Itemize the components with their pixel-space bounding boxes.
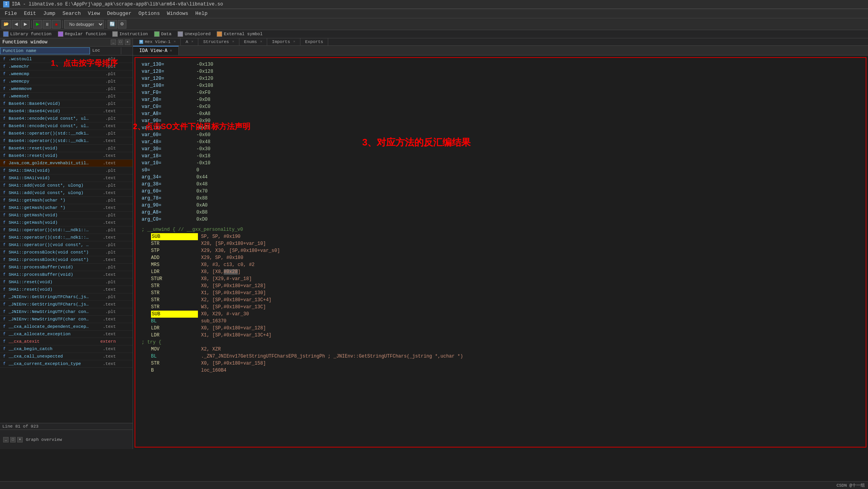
sub-tab-enums[interactable]: Enums × bbox=[239, 38, 267, 45]
function-list-item[interactable]: fBase64::reset(void).text bbox=[0, 152, 133, 160]
menu-debugger[interactable]: Debugger bbox=[104, 10, 135, 17]
function-location: .plt bbox=[90, 94, 117, 99]
function-list-item[interactable]: fSHA1::reset(void).text bbox=[0, 286, 133, 293]
function-list-item[interactable]: fSHA1::operator()(std::__ndk1::basic_st·… bbox=[0, 234, 133, 241]
functions-window-float[interactable]: □ bbox=[118, 40, 123, 45]
sub-tab-imports[interactable]: Imports × bbox=[267, 38, 300, 45]
function-list-item[interactable]: f.wmemmove.plt bbox=[0, 85, 133, 93]
imports-close[interactable]: × bbox=[293, 40, 295, 44]
function-list-item[interactable]: f.wmemchr.plt bbox=[0, 63, 133, 70]
structures-close[interactable]: × bbox=[232, 40, 234, 44]
menu-options[interactable]: Options bbox=[135, 10, 163, 17]
function-list-item[interactable]: f__cxa_begin_catch.text bbox=[0, 345, 133, 353]
function-list-item[interactable]: fSHA1::processBuffer(void).text bbox=[0, 271, 133, 279]
function-list-item[interactable]: fBase64::reset(void).plt bbox=[0, 145, 133, 152]
menu-file[interactable]: File bbox=[2, 10, 20, 17]
toolbar-back[interactable]: ◀ bbox=[12, 20, 20, 29]
toolbar-refresh[interactable]: 🔄 bbox=[108, 20, 117, 29]
function-list-item[interactable]: f_JNIEnv::NewStringUTF(char const*).text bbox=[0, 316, 133, 323]
function-list-item[interactable]: fSHA1::SHA1(void).plt bbox=[0, 167, 133, 174]
function-list-item[interactable]: f_JNIEnv::NewStringUTF(char const*).plt bbox=[0, 308, 133, 316]
toolbar-forward[interactable]: ▶ bbox=[21, 20, 30, 29]
function-list-item[interactable]: fSHA1::operator()(void const*, ulong).pl… bbox=[0, 241, 133, 249]
var-value: 0xB8 bbox=[196, 209, 208, 216]
fn-col-name-header[interactable]: Function name bbox=[0, 47, 90, 54]
sub-tab-structures[interactable]: Structures × bbox=[198, 38, 239, 45]
instr-op: MOV bbox=[151, 346, 198, 353]
function-list-item[interactable]: fSHA1::reset(void).plt bbox=[0, 279, 133, 286]
function-list-item[interactable]: fBase64::Base64(void).plt bbox=[0, 100, 133, 108]
debugger-dropdown[interactable]: No debugger bbox=[64, 20, 104, 29]
menu-edit[interactable]: Edit bbox=[21, 10, 39, 17]
function-location: .text bbox=[90, 176, 117, 180]
instr-op: STR bbox=[151, 304, 198, 311]
tab-ida-view-a-label: IDA View-A bbox=[139, 48, 167, 54]
function-list-item[interactable]: fBase64::operator()(std::__ndk1::basic_·… bbox=[0, 130, 133, 137]
function-list-item[interactable]: fSHA1::getHash(uchar *).text bbox=[0, 204, 133, 212]
sub-tab-exports[interactable]: Exports bbox=[300, 38, 328, 45]
toolbar-pause[interactable]: ⏸ bbox=[43, 20, 51, 29]
tab-ida-view-a[interactable]: IDA View-A × bbox=[133, 46, 179, 55]
tab-ida-view-a-close[interactable]: × bbox=[170, 49, 172, 53]
sub-tab-a-close[interactable]: × bbox=[191, 40, 193, 44]
function-list-item[interactable]: f__cxa_current_exception_type.text bbox=[0, 360, 133, 368]
code-view[interactable]: var_130=-0x130var_128=-0x128var_120=-0x1… bbox=[135, 57, 866, 448]
function-list-item[interactable]: fSHA1::processBuffer(void).plt bbox=[0, 264, 133, 271]
function-list-item[interactable]: f.wmemcpy.plt bbox=[0, 78, 133, 85]
graph-overview-minimize[interactable]: _ bbox=[3, 437, 9, 442]
function-list-item[interactable]: fJava_com_goldze_mvvmhabit_utils_Native·… bbox=[0, 160, 133, 167]
functions-window-minimize[interactable]: _ bbox=[111, 40, 116, 45]
instr-operands: X2, XZR bbox=[201, 346, 221, 353]
function-location: .text bbox=[90, 220, 117, 225]
toolbar-open[interactable]: 📂 bbox=[2, 20, 11, 29]
function-list-item[interactable]: fSHA1::operator()(std::__ndk1::basic_st·… bbox=[0, 227, 133, 234]
toolbar-settings[interactable]: ⚙ bbox=[118, 20, 126, 29]
instr-operands: sub_16370 bbox=[201, 318, 226, 325]
function-list-item[interactable]: fSHA1::getHash(void).plt bbox=[0, 212, 133, 219]
hex-view-close[interactable]: × bbox=[174, 40, 176, 44]
functions-window-close[interactable]: × bbox=[125, 40, 130, 45]
function-list-item[interactable]: f_JNIEnv::GetStringUTFChars(_jstring *,·… bbox=[0, 293, 133, 301]
menu-jump[interactable]: Jump bbox=[40, 10, 58, 17]
sub-tab-a[interactable]: A × bbox=[181, 38, 198, 45]
function-list-item[interactable]: f__cxa_allocate_dependent_exception.text bbox=[0, 323, 133, 331]
function-name: SHA1::operator()(std::__ndk1::basic_st··… bbox=[8, 235, 90, 240]
code-instr-line: LDRX8, [X8,#0x28] bbox=[142, 268, 859, 275]
menu-view[interactable]: View bbox=[84, 10, 103, 17]
function-list-item[interactable]: fSHA1::getHash(uchar *).plt bbox=[0, 197, 133, 204]
function-list-item[interactable]: f__cxa_atexitextern bbox=[0, 338, 133, 345]
function-list[interactable]: f.wcstoull.pltf.wmemchr.pltf.wmemcmp.plt… bbox=[0, 56, 133, 423]
function-list-item[interactable]: f__cxa_allocate_exception.text bbox=[0, 331, 133, 338]
function-location: .plt bbox=[90, 116, 117, 121]
function-list-item[interactable]: fSHA1::processBlock(void const*).plt bbox=[0, 249, 133, 256]
function-list-item[interactable]: fSHA1::add(void const*, ulong).text bbox=[0, 189, 133, 197]
var-name: var_18= bbox=[142, 153, 196, 160]
enums-close[interactable]: × bbox=[260, 40, 262, 44]
code-instr-line: STRX0, [SP,#0x180+var_158] bbox=[142, 360, 859, 367]
function-list-item[interactable]: f.wmemset.plt bbox=[0, 93, 133, 100]
function-list-item[interactable]: fSHA1::add(void const*, ulong).plt bbox=[0, 182, 133, 189]
function-list-item[interactable]: f.wcstoull.plt bbox=[0, 56, 133, 63]
function-list-item[interactable]: fSHA1::SHA1(void).text bbox=[0, 174, 133, 182]
function-icon: f bbox=[1, 234, 8, 241]
function-list-item[interactable]: fSHA1::processBlock(void const*).text bbox=[0, 256, 133, 264]
sub-tab-hex-view[interactable]: H Hex View-1 × bbox=[135, 38, 181, 45]
function-list-item[interactable]: fBase64::Base64(void).text bbox=[0, 108, 133, 115]
function-list-item[interactable]: fBase64::operator()(std::__ndk1::basic_·… bbox=[0, 137, 133, 145]
fn-col-loc-header[interactable]: Loc bbox=[90, 47, 121, 54]
function-list-item[interactable]: f.wmemcmp.plt bbox=[0, 70, 133, 78]
toolbar-run[interactable]: ▶ bbox=[33, 20, 42, 29]
graph-overview-float[interactable]: □ bbox=[10, 437, 16, 442]
function-list-item[interactable]: fBase64::encode(void const*, ulong const… bbox=[0, 115, 133, 122]
function-list-item[interactable]: f_JNIEnv::GetStringUTFChars(_jstring *,·… bbox=[0, 301, 133, 308]
menu-windows[interactable]: Windows bbox=[164, 10, 192, 17]
menu-search[interactable]: Search bbox=[59, 10, 84, 17]
instr-operands: X2, [SP,#0x180+var_13C+4] bbox=[201, 297, 271, 304]
code-comment: ; try { bbox=[142, 339, 161, 346]
function-list-item[interactable]: f__cxa_call_unexpected.text bbox=[0, 353, 133, 360]
function-list-item[interactable]: fSHA1::getHash(void).text bbox=[0, 219, 133, 227]
function-list-item[interactable]: fBase64::encode(void const*, ulong const… bbox=[0, 122, 133, 130]
toolbar-stop[interactable]: ■ bbox=[52, 20, 61, 29]
graph-overview-close[interactable]: × bbox=[17, 437, 23, 442]
menu-help[interactable]: Help bbox=[192, 10, 210, 17]
